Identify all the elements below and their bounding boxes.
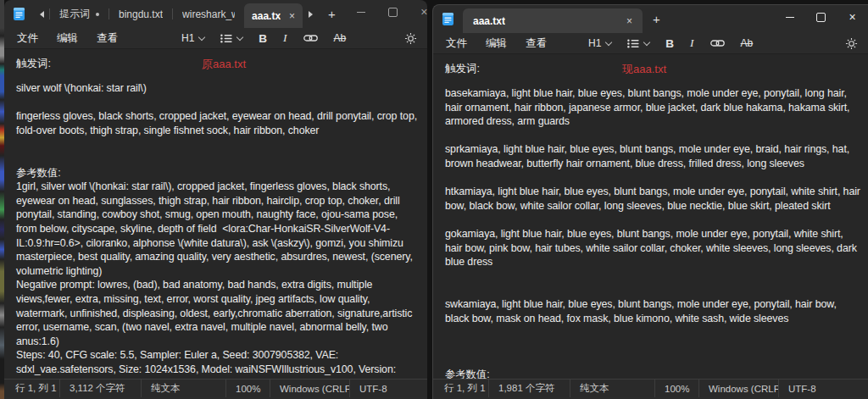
cursor-position: 行 1, 列 1 [433, 380, 489, 397]
menu-bar: 文件 编辑 查看 H1 B I Ab [4, 28, 427, 49]
tab-label: aaa.tx [252, 10, 281, 22]
document-first-line: 触发词: 原aaa.txt [16, 57, 420, 71]
tab-bar: aaa.txt × + × [433, 5, 868, 33]
line-ending: Windows (CRLF) [270, 380, 350, 397]
menu-file[interactable]: 文件 [437, 36, 476, 51]
notepad-app-icon [13, 7, 25, 21]
tab-aaa-active[interactable]: aaa.txt × [463, 8, 643, 33]
status-bar: 行 1, 列 1 3,112 个字符 纯文本 100% Windows (CRL… [4, 379, 427, 397]
minimize-button[interactable] [346, 0, 377, 24]
document-first-line: 触发词: 现aaa.txt [445, 62, 861, 76]
char-count: 3,112 个字符 [60, 380, 142, 397]
format-toolbar: H1 B I Ab [581, 35, 760, 53]
maximize-button[interactable] [377, 0, 409, 24]
tab-label: aaa.txt [473, 15, 505, 27]
header-text: 触发词: [16, 58, 51, 69]
link-button[interactable] [704, 35, 732, 53]
list-button[interactable] [620, 35, 656, 53]
maximize-button[interactable] [805, 5, 837, 29]
doc-mode: 纯文本 [570, 380, 655, 397]
zoom-level[interactable]: 100% [655, 380, 699, 397]
menu-view[interactable]: 查看 [516, 36, 556, 51]
tab-bar: 提示词 bingdu.txt wireshark_wi aaa.tx × + × [4, 0, 427, 28]
heading-button[interactable]: H1 [581, 35, 618, 53]
bold-button[interactable]: B [659, 35, 681, 53]
document-body[interactable]: basekamiaya, light blue hair, blue eyes,… [445, 86, 861, 380]
document-body[interactable]: silver wolf \(honkai: star rail\) finger… [16, 81, 420, 380]
italic-button[interactable]: I [276, 30, 294, 47]
tab-wireshark[interactable]: wireshark_wi [173, 0, 244, 28]
minimize-button[interactable] [774, 5, 805, 29]
text-editor-area[interactable]: 触发词: 现aaa.txt basekamiaya, light blue ha… [433, 54, 868, 380]
tab-bingdu[interactable]: bingdu.txt [109, 0, 172, 28]
notepad-app-icon [442, 12, 454, 26]
format-toolbar: H1 B I Ab [175, 30, 353, 47]
link-icon [710, 39, 725, 47]
menu-file[interactable]: 文件 [8, 31, 47, 46]
menu-edit[interactable]: 编辑 [476, 36, 516, 51]
status-bar: 行 1, 列 1 1,981 个字符 纯文本 100% Windows (CRL… [433, 379, 868, 397]
link-button[interactable] [297, 30, 325, 47]
line-ending: Windows (CRLF) [699, 380, 779, 397]
settings-gear-icon[interactable] [404, 32, 417, 45]
encoding: UTF-8 [350, 380, 427, 397]
tab-label: bingdu.txt [119, 8, 163, 20]
cursor-position: 行 1, 列 1 [4, 380, 60, 397]
tab-scroll-left-icon[interactable] [34, 0, 49, 28]
chevron-down-icon [198, 33, 205, 40]
chevron-down-icon [236, 33, 243, 40]
close-button[interactable]: × [420, 5, 427, 19]
list-icon [627, 39, 639, 48]
clear-format-button[interactable]: Ab [734, 35, 760, 53]
desktop: 提示词 bingdu.txt wireshark_wi aaa.tx × + × [0, 0, 868, 399]
italic-button[interactable]: I [683, 35, 701, 53]
header-text: 触发词: [445, 63, 480, 75]
window-controls: × [774, 5, 868, 33]
doc-mode: 纯文本 [142, 380, 226, 397]
new-tab-button[interactable]: + [643, 12, 670, 26]
link-icon [303, 34, 318, 42]
text-editor-area[interactable]: 触发词: 原aaa.txt silver wolf \(honkai: star… [4, 49, 427, 380]
tab-scroll-right-icon[interactable] [303, 0, 318, 28]
new-tab-button[interactable]: + [318, 7, 346, 21]
bold-button[interactable]: B [252, 30, 274, 47]
tab-label: 提示词 [59, 7, 90, 21]
heading-button[interactable]: H1 [175, 30, 211, 47]
red-annotation: 原aaa.txt [202, 57, 246, 72]
tab-tishici[interactable]: 提示词 [50, 0, 108, 28]
encoding: UTF-8 [779, 380, 868, 397]
tab-aaa-active[interactable]: aaa.tx × [244, 3, 303, 28]
list-button[interactable] [214, 30, 249, 47]
settings-gear-icon[interactable] [845, 37, 858, 50]
notepad-window-right: aaa.txt × + × 文件 编辑 查看 H1 B I [432, 4, 868, 399]
tab-close-icon[interactable]: × [289, 11, 295, 21]
tab-close-icon[interactable]: × [626, 16, 632, 26]
clear-format-button[interactable]: Ab [327, 30, 353, 47]
close-button[interactable]: × [849, 10, 855, 24]
chevron-down-icon [643, 38, 650, 45]
menu-bar: 文件 编辑 查看 H1 B I Ab [433, 33, 868, 54]
tab-label: wireshark_wi [182, 8, 235, 20]
menu-view[interactable]: 查看 [87, 31, 127, 46]
list-icon [220, 34, 232, 43]
notepad-window-left: 提示词 bingdu.txt wireshark_wi aaa.tx × + × [4, 0, 427, 399]
unsaved-dot-icon [96, 13, 99, 16]
char-count: 1,981 个字符 [489, 380, 570, 397]
window-controls: × [346, 0, 427, 28]
menu-edit[interactable]: 编辑 [47, 31, 87, 46]
chevron-down-icon [605, 38, 612, 45]
zoom-level[interactable]: 100% [226, 380, 270, 397]
red-annotation: 现aaa.txt [622, 62, 666, 77]
